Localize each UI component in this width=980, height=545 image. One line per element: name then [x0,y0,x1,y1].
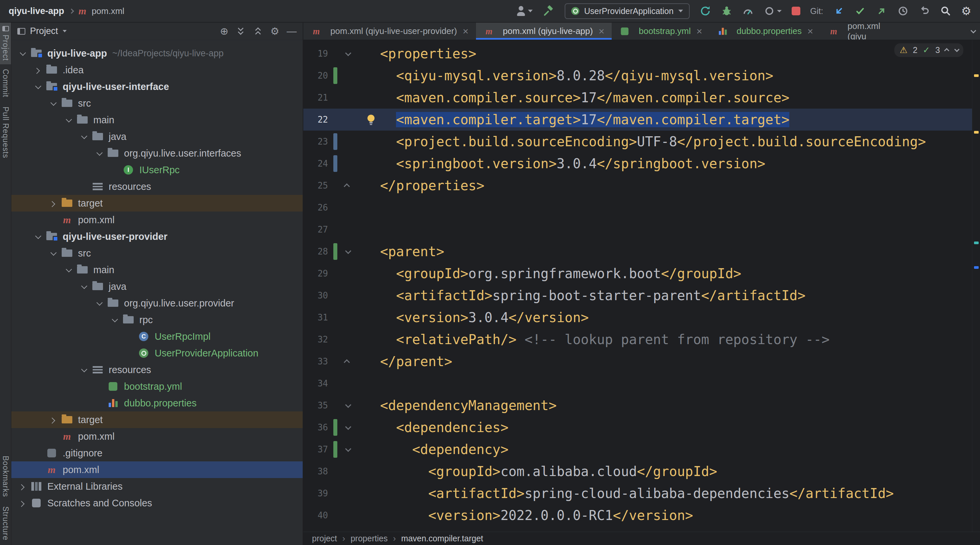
tree-item-src[interactable]: src [11,245,303,262]
code-line-35[interactable]: 35 <dependencyManagement> [303,394,972,416]
chevron-right-icon[interactable] [15,478,29,495]
chevron-down-icon[interactable] [60,111,75,128]
tree-item-org-qiyu-live-user-provider[interactable]: org.qiyu.live.user.provider [11,295,303,311]
tree-item-userrpcimpl[interactable]: CUserRpcImpl [11,328,303,345]
code-line-27[interactable]: 27 [303,219,972,240]
fold-down-icon[interactable] [345,402,351,408]
code-line-36[interactable]: 36 <dependencies> [303,416,972,439]
line-number[interactable]: 28 [303,246,333,256]
close-tab-icon[interactable]: × [599,26,605,36]
titlebar-file-name[interactable]: pom.xml [92,6,124,16]
line-number[interactable]: 20 [303,71,333,81]
line-number[interactable]: 25 [303,181,333,191]
close-tab-icon[interactable]: × [696,26,702,36]
editor-scrollbar[interactable] [972,40,980,532]
expand-all-icon[interactable] [235,26,246,36]
tree-item-java[interactable]: java [11,128,303,145]
scroll-mark-warning[interactable] [974,131,978,133]
change-marker[interactable] [333,133,337,150]
fold-column[interactable] [337,447,357,452]
code-line-37[interactable]: 37 <dependency> [303,439,972,461]
tree-item-pom-xml[interactable]: mpom.xml [11,211,303,228]
chevron-right-icon[interactable] [30,62,45,78]
inspections-widget[interactable]: ⚠ 2 ✓ 3 [894,43,963,57]
code-line-29[interactable]: 29 <groupId>org.springframework.boot</gr… [303,262,972,284]
code-line-26[interactable]: 26 [303,197,972,219]
profiler-button[interactable] [742,5,754,17]
code-line-40[interactable]: 40 <version>2022.0.0.0-RC1</version> [303,504,972,526]
tree-item-scratches-and-consoles[interactable]: Scratches and Consoles [11,495,303,512]
fold-down-icon[interactable] [345,50,351,56]
git-update-button[interactable] [833,5,845,17]
stripe-item-project[interactable]: Project [0,23,11,64]
line-number[interactable]: 33 [303,356,333,367]
scroll-mark-warning[interactable] [974,74,978,77]
fold-down-icon[interactable] [345,248,351,254]
chevron-down-icon[interactable] [15,45,29,62]
chevron-down-icon[interactable] [91,145,106,162]
stripe-item-pull-requests[interactable]: Pull Requests [1,106,10,158]
tree-item-resources[interactable]: resources [11,178,303,195]
chevron-down-icon[interactable] [45,95,60,111]
code-line-25[interactable]: 25 </properties> [303,175,972,197]
intention-bulb-icon[interactable] [366,114,376,125]
settings-button[interactable]: ⚙ [961,5,971,17]
stripe-item-structure[interactable]: Structure [1,506,10,540]
tree-item-target[interactable]: target [11,195,303,211]
code-line-20[interactable]: 20 <qiyu-mysql.version>8.0.28</qiyu-mysq… [303,65,972,87]
fold-column[interactable] [337,426,357,430]
tree-item-idea[interactable]: .idea [11,62,303,78]
tree-item-target[interactable]: target [11,412,303,428]
next-problem-icon[interactable] [955,47,960,52]
line-number[interactable]: 23 [303,137,333,146]
editor-tab-pom-xml-qiyu-live-app[interactable]: mpom.xml (qiyu-live-app)× [476,23,612,40]
fold-column[interactable] [337,359,357,364]
panel-options-icon[interactable]: ⚙ [270,26,279,36]
tree-item-resources[interactable]: resources [11,361,303,378]
run-configuration-select[interactable]: UserProviderApplication [565,3,689,19]
scroll-mark-info[interactable] [974,242,978,244]
line-number[interactable]: 39 [303,488,333,498]
change-marker[interactable] [333,155,337,172]
tree-item-dubbo-properties[interactable]: dubbo.properties [11,395,303,412]
hide-panel-icon[interactable]: — [287,26,297,36]
fold-up-icon[interactable] [344,359,350,365]
chevron-right-icon[interactable] [45,195,60,211]
fold-up-icon[interactable] [344,183,350,189]
line-number[interactable]: 22 [303,114,333,125]
code-line-22[interactable]: 22 <maven.compiler.target>17</maven.comp… [303,109,972,130]
rerun-button[interactable] [700,5,711,17]
tree-item-org-qiyu-live-user-interfaces[interactable]: org.qiyu.live.user.interfaces [11,145,303,162]
line-number[interactable]: 19 [303,49,333,59]
select-opened-file-icon[interactable]: ⊕ [220,26,228,36]
chevron-down-icon[interactable] [30,228,45,245]
breadcrumb-properties[interactable]: properties [351,534,388,543]
close-tab-icon[interactable]: × [463,26,469,36]
code-line-24[interactable]: 24 <springboot.version>3.0.4</springboot… [303,153,972,175]
fold-down-icon[interactable] [345,424,351,430]
code-line-32[interactable]: 32 <relativePath/> <!-- lookup parent fr… [303,329,972,350]
line-number[interactable]: 34 [303,378,333,388]
chevron-down-icon[interactable] [91,295,106,311]
search-everywhere-button[interactable] [940,5,951,17]
git-push-button[interactable] [876,5,887,17]
debug-button[interactable] [721,5,732,17]
line-number[interactable]: 30 [303,291,333,300]
fold-column[interactable] [337,184,357,188]
tree-item-main[interactable]: main [11,111,303,128]
chevron-down-icon[interactable] [76,128,91,145]
run-with-coverage-button[interactable] [764,5,782,17]
code-line-23[interactable]: 23 <project.build.sourceEncoding>UTF-8</… [303,130,972,153]
build-project-button[interactable] [542,5,555,17]
history-button[interactable] [897,5,908,17]
code-line-39[interactable]: 39 <artifactId>spring-cloud-alibaba-depe… [303,482,972,504]
change-marker[interactable] [333,419,337,436]
fold-column[interactable] [337,404,357,408]
change-marker[interactable] [333,243,337,260]
tree-item-rpc[interactable]: rpc [11,311,303,328]
tree-item-qiyu-live-user-interface[interactable]: qiyu-live-user-interface [11,78,303,95]
line-number[interactable]: 27 [303,224,333,235]
code-line-31[interactable]: 31 <version>3.0.4</version> [303,307,972,329]
line-number[interactable]: 37 [303,444,333,454]
tree-item-pom-xml[interactable]: mpom.xml [11,428,303,445]
